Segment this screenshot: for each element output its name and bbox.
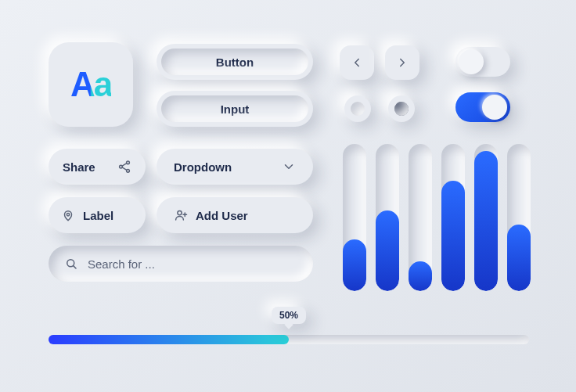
bar-track — [507, 144, 531, 291]
search-icon — [64, 257, 78, 271]
toggle-knob — [459, 49, 484, 74]
add-user-icon — [174, 208, 188, 222]
dropdown-button[interactable]: Dropdown — [157, 149, 313, 185]
typography-sample: Aa — [70, 65, 111, 104]
svg-line-10 — [74, 266, 76, 268]
pin-icon — [61, 208, 75, 222]
bar-chart — [343, 144, 531, 291]
bar-fill — [376, 210, 399, 291]
progress-tooltip: 50% — [272, 307, 306, 324]
bar-fill — [409, 261, 432, 291]
bar-fill — [474, 151, 498, 291]
button-label: Button — [216, 56, 254, 69]
typography-sample-card: Aa — [49, 42, 133, 127]
bar-track — [441, 144, 465, 291]
radio-ring — [394, 102, 409, 116]
bar-fill — [441, 181, 465, 291]
input-demo[interactable]: Input — [157, 91, 313, 127]
share-button[interactable]: Share — [49, 149, 146, 185]
chevron-right-icon — [395, 56, 409, 70]
bar-track — [343, 144, 366, 291]
radio-option-b[interactable] — [388, 95, 415, 122]
label-text: Label — [83, 209, 113, 222]
svg-point-5 — [67, 214, 69, 216]
radio-option-a[interactable] — [344, 95, 371, 122]
bar-track — [474, 144, 498, 291]
bar-fill — [507, 225, 531, 291]
chevron-down-icon — [282, 160, 296, 174]
radio-ring — [351, 102, 365, 116]
label-button[interactable]: Label — [49, 197, 146, 233]
progress-fill — [49, 335, 289, 344]
toggle-knob — [482, 95, 507, 120]
add-user-label: Add User — [196, 209, 248, 222]
nav-next-button[interactable] — [385, 45, 419, 80]
svg-point-6 — [178, 210, 182, 214]
share-icon — [117, 160, 131, 174]
search-input[interactable]: Search for ... — [49, 246, 313, 282]
chevron-left-icon — [350, 56, 364, 70]
input-label: Input — [221, 102, 250, 116]
nav-prev-button[interactable] — [340, 45, 374, 80]
dropdown-label: Dropdown — [174, 160, 232, 174]
search-placeholder: Search for ... — [88, 257, 155, 271]
bar-track — [376, 144, 399, 291]
toggle-on[interactable] — [455, 92, 510, 122]
svg-line-4 — [122, 167, 127, 170]
button-demo[interactable]: Button — [157, 44, 313, 80]
progress-slider[interactable]: 50% — [49, 335, 529, 344]
share-label: Share — [63, 160, 95, 174]
svg-line-3 — [122, 164, 127, 166]
bar-fill — [343, 239, 366, 291]
bar-track — [409, 144, 432, 291]
add-user-button[interactable]: Add User — [157, 197, 313, 233]
toggle-off[interactable] — [455, 47, 510, 77]
